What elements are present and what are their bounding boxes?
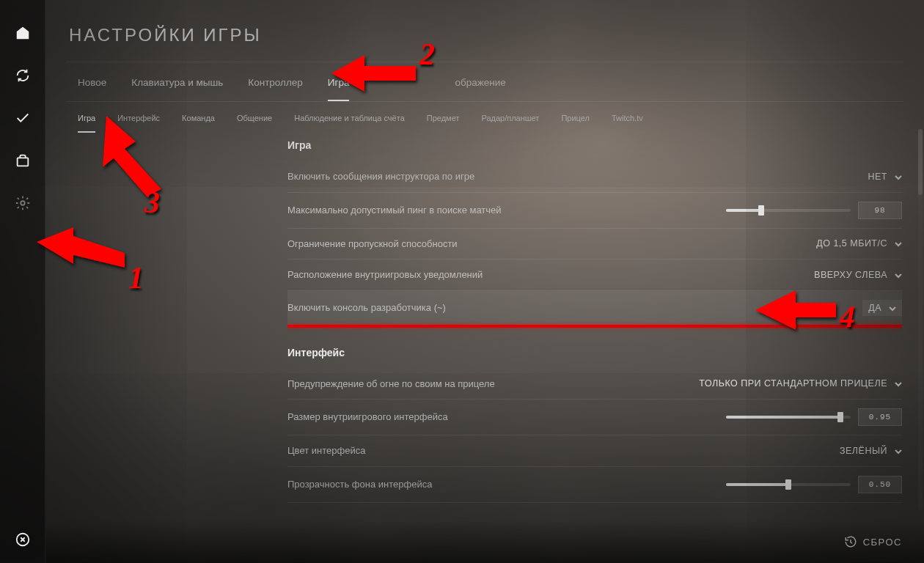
main-content: НАСТРОЙКИ ИГРЫ Новое Клавиатура и мышь К…: [45, 0, 924, 563]
svg-rect-0: [17, 158, 28, 166]
row-label: Размер внутриигрового интерфейса: [287, 411, 448, 424]
slider-hud-alpha[interactable]: [726, 483, 851, 486]
chevron-down-icon: [895, 173, 902, 180]
home-icon[interactable]: [0, 12, 45, 54]
settings-panel: Игра Включить сообщения инструктора по и…: [287, 129, 902, 512]
footer: СБРОС: [45, 520, 924, 563]
row-instructor: Включить сообщения инструктора по игре Н…: [287, 161, 902, 193]
scrollbar[interactable]: [918, 129, 923, 510]
page-title: НАСТРОЙКИ ИГРЫ: [66, 0, 903, 62]
tab-new[interactable]: Новое: [78, 77, 106, 101]
subtab-interface[interactable]: Интерфейс: [117, 114, 160, 133]
slider-hud-scale[interactable]: [726, 416, 851, 419]
top-tabs: Новое Клавиатура и мышь Контроллер Игра …: [66, 62, 903, 101]
row-hud-color: Цвет интерфейса ЗЕЛЁНЫЙ: [287, 435, 902, 467]
highlight-underline: [287, 325, 902, 328]
dropdown-console[interactable]: ДА: [862, 300, 902, 316]
reset-label: СБРОС: [863, 537, 902, 548]
row-console: Включить консоль разработчика (~) ДА: [287, 291, 902, 325]
row-label: Включить сообщения инструктора по игре: [287, 170, 474, 183]
chevron-down-icon: [895, 240, 902, 247]
tab-game[interactable]: Игра: [328, 77, 350, 101]
dropdown-value: НЕТ: [868, 172, 888, 182]
row-label: Максимально допустимый пинг в поиске мат…: [287, 204, 502, 217]
dropdown-value: ВВЕРХУ СЛЕВА: [814, 270, 887, 280]
row-notify: Расположение внутриигровых уведомлений В…: [287, 260, 902, 291]
dropdown-value: ДА: [868, 303, 881, 313]
subtab-comm[interactable]: Общение: [237, 114, 272, 133]
section-game-title: Игра: [287, 139, 902, 151]
row-label: Расположение внутриигровых уведомлений: [287, 268, 483, 282]
subtab-team[interactable]: Команда: [182, 114, 215, 133]
svg-point-1: [21, 201, 25, 205]
chevron-down-icon: [895, 380, 902, 387]
slider-ping[interactable]: [726, 209, 851, 212]
refresh-icon[interactable]: [0, 54, 45, 97]
row-label: Цвет интерфейса: [287, 444, 365, 457]
dropdown-value: ДО 1,5 МБИТ/С: [816, 238, 887, 249]
history-icon: [844, 535, 857, 548]
row-friendlyfire: Предупреждение об огне по своим на прице…: [287, 369, 902, 400]
reset-button[interactable]: СБРОС: [844, 535, 902, 548]
inventory-icon[interactable]: [0, 139, 45, 182]
row-hud-alpha: Прозрачность фона интерфейса 0.50: [287, 467, 902, 503]
row-label: Прозрачность фона интерфейса: [287, 478, 432, 491]
scrollbar-thumb[interactable]: [918, 129, 923, 195]
row-health-style: Стиль здоровья/патронов СТАНДАРТНЫЙ: [287, 503, 902, 512]
dropdown-hud-color[interactable]: ЗЕЛЁНЫЙ: [840, 446, 902, 456]
value-hud-alpha[interactable]: 0.50: [858, 476, 902, 493]
chevron-down-icon: [895, 447, 902, 455]
chevron-down-icon: [895, 271, 902, 279]
close-icon[interactable]: [0, 516, 45, 563]
row-label: Предупреждение об огне по своим на прице…: [287, 378, 495, 391]
dropdown-value: ЗЕЛЁНЫЙ: [840, 446, 887, 456]
row-ping: Максимально допустимый пинг в поиске мат…: [287, 193, 902, 229]
dropdown-instructor[interactable]: НЕТ: [868, 172, 903, 182]
dropdown-value: ТОЛЬКО ПРИ СТАНДАРТНОМ ПРИЦЕЛЕ: [699, 378, 887, 389]
check-icon[interactable]: [0, 97, 45, 139]
tab-keyboard[interactable]: Клавиатура и мышь: [131, 77, 223, 101]
chevron-down-icon: [889, 304, 896, 312]
row-bandwidth: Ограничение пропускной способности ДО 1,…: [287, 229, 902, 260]
section-interface-title: Интерфейс: [287, 347, 902, 358]
dropdown-notify[interactable]: ВВЕРХУ СЛЕВА: [814, 270, 902, 280]
value-hud-scale[interactable]: 0.95: [858, 408, 902, 426]
sub-tabs: Игра Интерфейс Команда Общение Наблюдени…: [66, 102, 903, 133]
row-label: Ограничение пропускной способности: [287, 238, 458, 251]
tab-display[interactable]: ображение: [455, 77, 505, 101]
settings-icon[interactable]: [0, 182, 45, 224]
value-ping[interactable]: 98: [858, 202, 902, 219]
row-label: Включить консоль разработчика (~): [287, 301, 446, 314]
subtab-game[interactable]: Игра: [78, 114, 95, 133]
row-hud-scale: Размер внутриигрового интерфейса 0.95: [287, 400, 902, 435]
dropdown-bandwidth[interactable]: ДО 1,5 МБИТ/С: [816, 238, 902, 249]
tab-controller[interactable]: Контроллер: [248, 77, 303, 101]
left-rail: [0, 0, 45, 563]
dropdown-friendlyfire[interactable]: ТОЛЬКО ПРИ СТАНДАРТНОМ ПРИЦЕЛЕ: [699, 378, 902, 389]
